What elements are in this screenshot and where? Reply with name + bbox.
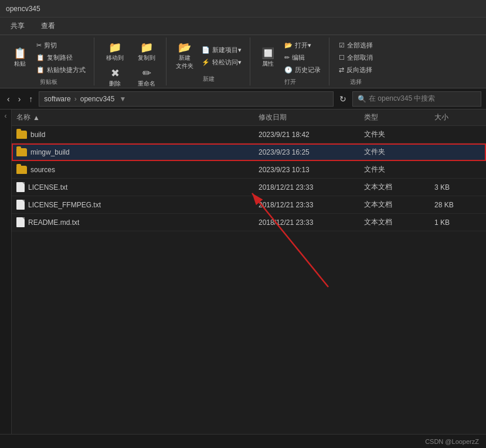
- path-root: software: [44, 95, 70, 103]
- edit-label: 编辑: [292, 53, 305, 62]
- history-button[interactable]: 🕐 历史记录: [281, 64, 324, 76]
- copy-to-button[interactable]: 📁 复制到: [132, 40, 161, 64]
- file-table-header: 名称 ▲ 修改日期 类型 大小: [12, 110, 486, 126]
- col-header-name[interactable]: 名称 ▲: [16, 112, 259, 122]
- clipboard-label: 剪贴板: [40, 76, 57, 86]
- path-dropdown[interactable]: ▼: [119, 95, 126, 103]
- open-label: 打开▾: [295, 41, 311, 50]
- table-row[interactable]: mingw_build2023/9/23 16:25文件夹: [12, 143, 486, 161]
- select-none-icon: ☐: [339, 54, 345, 61]
- address-path[interactable]: software › opencv345 ▼: [39, 91, 334, 107]
- organize-row1: 📁 移动到 📁 复制到: [100, 40, 161, 64]
- select-all-button[interactable]: ☑ 全部选择: [335, 40, 376, 51]
- file-type-text: 文本文档: [364, 200, 434, 210]
- table-row[interactable]: README.md.txt2018/12/21 23:33文本文档1 KB: [12, 214, 486, 231]
- copy-label: 复制到: [138, 54, 155, 62]
- ribbon-group-new: 📂 新建文件夹 📄 新建项目▾ ⚡ 轻松访问▾ 新建: [168, 37, 250, 86]
- new-folder-icon: 📂: [178, 42, 191, 53]
- nav-back-button[interactable]: ‹: [5, 93, 12, 105]
- file-modified-text: 2018/12/21 23:33: [259, 218, 364, 227]
- col-header-size[interactable]: 大小: [434, 112, 481, 122]
- select-none-button[interactable]: ☐ 全部取消: [335, 52, 376, 63]
- clipboard-col: ✂ 剪切 📋 复制路径 📋 粘贴快捷方式: [33, 40, 89, 76]
- paste-icon: 📋: [13, 48, 26, 59]
- table-row[interactable]: sources2023/9/23 10:13文件夹: [12, 161, 486, 179]
- file-pane: 名称 ▲ 修改日期 类型 大小 build2023/9/21 18:42文件夹m…: [12, 110, 486, 448]
- ribbon-group-organize: 📁 移动到 📁 复制到 ✖ 删除: [96, 37, 166, 86]
- table-row[interactable]: build2023/9/21 18:42文件夹: [12, 126, 486, 143]
- new-item-icon: 📄: [202, 46, 210, 54]
- ribbon-group-open: 🔲 属性 📂 打开▾ ✏ 编辑 🕐: [252, 37, 329, 86]
- cut-button[interactable]: ✂ 剪切: [33, 40, 89, 51]
- invert-icon: ⇄: [339, 66, 344, 74]
- select-label: 选择: [350, 76, 362, 86]
- paste-shortcut-button[interactable]: 📋 粘贴快捷方式: [33, 64, 89, 76]
- new-folder-label: 新建文件夹: [176, 54, 193, 70]
- cut-icon: ✂: [36, 42, 42, 49]
- move-label: 移动到: [106, 54, 124, 62]
- file-modified-text: 2018/12/21 23:33: [259, 183, 364, 191]
- col-modified-label: 修改日期: [259, 112, 287, 122]
- refresh-button[interactable]: ↻: [337, 93, 349, 105]
- tab-view[interactable]: 查看: [34, 18, 62, 35]
- file-name-cell: mingw_build: [16, 148, 259, 156]
- select-none-label: 全部取消: [347, 53, 373, 62]
- col-name-label: 名称: [16, 112, 30, 122]
- sidebar-collapse-arrow[interactable]: ‹: [5, 112, 7, 120]
- file-type-text: 文件夹: [364, 129, 434, 139]
- file-size-text: 1 KB: [434, 218, 481, 227]
- ribbon-tabs: 共享 查看: [0, 18, 486, 35]
- file-name-cell: sources: [16, 166, 259, 174]
- select-buttons: ☑ 全部选择 ☐ 全部取消 ⇄ 反向选择: [335, 40, 376, 76]
- file-type-text: 文本文档: [364, 182, 434, 192]
- file-type-text: 文本文档: [364, 217, 434, 227]
- col-name-sort: ▲: [33, 114, 40, 122]
- paste-shortcut-label: 粘贴快捷方式: [47, 66, 86, 74]
- search-box[interactable]: 🔍 在 opencv345 中搜索: [352, 91, 481, 107]
- folder-icon: [16, 166, 27, 174]
- open-button[interactable]: 📂 打开▾: [281, 40, 324, 51]
- new-label: 新建: [203, 73, 215, 83]
- edit-button[interactable]: ✏ 编辑: [281, 52, 324, 63]
- easy-access-button[interactable]: ⚡ 轻松访问▾: [198, 57, 245, 68]
- new-buttons: 📂 新建文件夹 📄 新建项目▾ ⚡ 轻松访问▾: [172, 40, 245, 73]
- table-row[interactable]: LICENSE_FFMPEG.txt2018/12/21 23:33文本文档28…: [12, 196, 486, 214]
- col-header-modified[interactable]: 修改日期: [259, 112, 364, 122]
- new-item-button[interactable]: 📄 新建项目▾: [198, 45, 245, 56]
- organize-row2: ✖ 删除 ✏ 重命名: [100, 66, 161, 90]
- paste-label: 粘贴: [14, 60, 26, 68]
- nav-up-button[interactable]: ↑: [26, 93, 35, 105]
- file-name-cell: LICENSE_FFMPEG.txt: [16, 200, 259, 210]
- history-icon: 🕐: [284, 66, 293, 74]
- window-title: opencv345: [6, 5, 40, 13]
- properties-button[interactable]: 🔲 属性: [256, 46, 280, 70]
- file-type-text: 文件夹: [364, 147, 434, 157]
- col-size-label: 大小: [434, 112, 448, 122]
- new-folder-button[interactable]: 📂 新建文件夹: [172, 40, 197, 73]
- new-col: 📄 新建项目▾ ⚡ 轻松访问▾: [198, 45, 245, 68]
- file-size-text: 28 KB: [434, 201, 481, 209]
- clipboard-buttons: 📋 粘贴 ✂ 剪切 📋 复制路径 📋: [8, 40, 89, 76]
- open-label: 打开: [284, 76, 296, 86]
- doc-icon: [16, 182, 25, 192]
- file-area: ‹ 名称 ▲ 修改日期 类型 大小 build2023: [0, 110, 486, 448]
- tab-share[interactable]: 共享: [4, 18, 32, 35]
- new-item-label: 新建项目▾: [212, 46, 242, 54]
- file-name-text: README.md.txt: [28, 218, 79, 227]
- sidebar: ‹: [0, 110, 12, 448]
- paste-button[interactable]: 📋 粘贴: [8, 46, 32, 70]
- move-to-button[interactable]: 📁 移动到: [100, 40, 130, 64]
- delete-button[interactable]: ✖ 删除: [100, 66, 130, 90]
- open-col: 📂 打开▾ ✏ 编辑 🕐 历史记录: [281, 40, 324, 76]
- folder-icon: [16, 131, 27, 139]
- file-rows-container: build2023/9/21 18:42文件夹mingw_build2023/9…: [12, 126, 486, 231]
- easy-access-label: 轻松访问▾: [212, 58, 242, 67]
- invert-button[interactable]: ⇄ 反向选择: [335, 64, 376, 76]
- rename-button[interactable]: ✏ 重命名: [132, 66, 161, 90]
- doc-icon: [16, 217, 25, 227]
- col-header-type[interactable]: 类型: [364, 112, 434, 122]
- invert-label: 反向选择: [346, 66, 372, 74]
- copy-path-button[interactable]: 📋 复制路径: [33, 52, 89, 63]
- table-row[interactable]: LICENSE.txt2018/12/21 23:33文本文档3 KB: [12, 179, 486, 196]
- nav-forward-button[interactable]: ›: [16, 93, 23, 105]
